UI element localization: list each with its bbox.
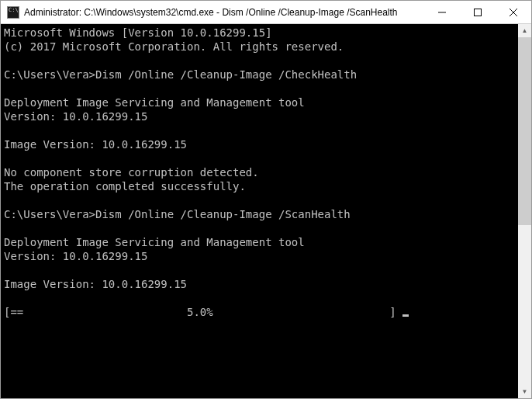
terminal-line	[4, 123, 515, 137]
terminal-line: Microsoft Windows [Version 10.0.16299.15…	[4, 26, 515, 40]
titlebar-controls	[424, 1, 531, 23]
terminal-line	[4, 54, 515, 68]
titlebar[interactable]: Administrator: C:\Windows\system32\cmd.e…	[1, 1, 531, 24]
terminal-line: C:\Users\Vera>Dism /Online /Cleanup-Imag…	[4, 68, 515, 82]
maximize-button[interactable]	[460, 1, 496, 23]
cursor	[402, 314, 409, 317]
window-title: Administrator: C:\Windows\system32\cmd.e…	[24, 7, 424, 18]
client-area: Microsoft Windows [Version 10.0.16299.15…	[1, 24, 531, 398]
terminal-line: Deployment Image Servicing and Managemen…	[4, 95, 515, 109]
terminal-line	[4, 151, 515, 165]
terminal-line: No component store corruption detected.	[4, 165, 515, 179]
scrollbar-thumb[interactable]	[518, 37, 531, 225]
scrollbar-track[interactable]	[518, 37, 531, 385]
maximize-icon	[474, 9, 482, 16]
terminal-line	[4, 263, 515, 277]
svg-rect-1	[475, 9, 482, 16]
scroll-down-button[interactable]: ▼	[518, 385, 531, 398]
terminal-line: Image Version: 10.0.16299.15	[4, 137, 515, 151]
terminal-line: C:\Users\Vera>Dism /Online /Cleanup-Imag…	[4, 207, 515, 221]
close-icon	[510, 9, 517, 16]
minimize-icon	[438, 9, 446, 16]
terminal-line	[4, 221, 515, 235]
terminal-line: Image Version: 10.0.16299.15	[4, 277, 515, 291]
cmd-icon	[7, 6, 19, 19]
terminal-line: Version: 10.0.16299.15	[4, 249, 515, 263]
terminal-output[interactable]: Microsoft Windows [Version 10.0.16299.15…	[1, 24, 518, 398]
terminal-line	[4, 82, 515, 95]
close-button[interactable]	[496, 1, 531, 23]
terminal-line: Version: 10.0.16299.15	[4, 109, 515, 123]
terminal-line: Deployment Image Servicing and Managemen…	[4, 235, 515, 249]
progress-line: [== 5.0% ]	[4, 305, 515, 319]
scroll-up-button[interactable]: ▲	[518, 24, 531, 37]
terminal-line	[4, 291, 515, 305]
terminal-line: The operation completed successfully.	[4, 179, 515, 193]
vertical-scrollbar[interactable]: ▲ ▼	[518, 24, 531, 398]
terminal-line	[4, 193, 515, 207]
terminal-line: (c) 2017 Microsoft Corporation. All righ…	[4, 40, 515, 54]
cmd-window: Administrator: C:\Windows\system32\cmd.e…	[0, 0, 532, 399]
minimize-button[interactable]	[424, 1, 460, 23]
